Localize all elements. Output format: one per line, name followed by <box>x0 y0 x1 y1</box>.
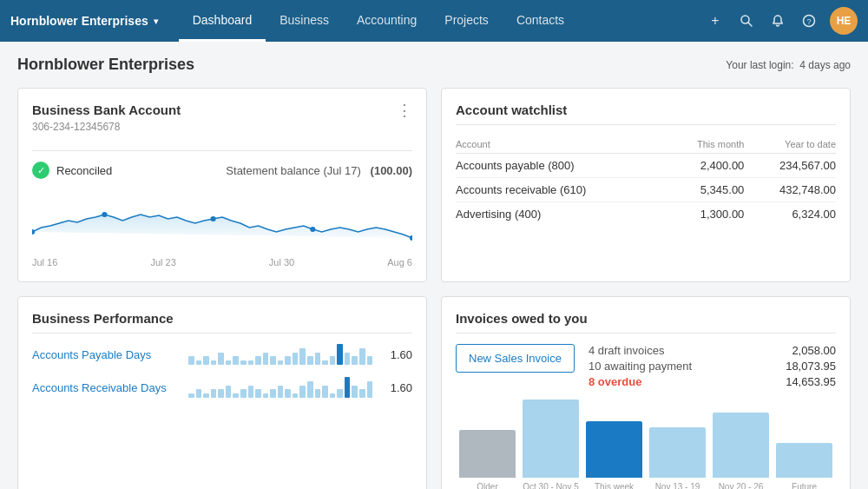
invoice-bar-0 <box>459 430 516 478</box>
invoices-title: Invoices owed to you <box>456 311 836 326</box>
perf-title: Business Performance <box>32 311 412 326</box>
invoice-bar-1 <box>523 400 579 478</box>
perf-bar <box>233 356 239 365</box>
bar-group-3: Nov 13 - 19 <box>649 427 706 489</box>
perf-bar <box>359 348 365 365</box>
perf-bar <box>285 389 291 398</box>
invoice-row-1: 10 awaiting payment 18,073.95 <box>589 360 836 373</box>
last-login-value: 4 days ago <box>799 59 851 71</box>
invoices-card: Invoices owed to you New Sales Invoice 4… <box>441 296 851 489</box>
perf-bar <box>188 393 194 398</box>
watchlist-divider <box>456 124 836 125</box>
bank-divider <box>32 150 412 151</box>
nav-links: Dashboard Business Accounting Projects C… <box>179 0 701 42</box>
perf-bar <box>248 360 254 365</box>
bank-more-button[interactable]: ⋮ <box>397 102 412 118</box>
page-header: Hornblower Enterprises Your last login: … <box>17 56 851 74</box>
svg-point-7 <box>310 227 315 232</box>
perf-bar <box>203 356 209 365</box>
brand[interactable]: Hornblower Enterprises ▾ <box>10 14 158 28</box>
dashboard-grid: Business Bank Account 306-234-12345678 ⋮… <box>17 88 851 489</box>
chart-labels: Jul 16 Jul 23 Jul 30 Aug 6 <box>32 257 412 268</box>
perf-label-1[interactable]: Accounts Receivable Days <box>32 381 180 394</box>
last-login: Your last login: 4 days ago <box>726 59 851 71</box>
perf-bar <box>315 389 321 398</box>
perf-bar <box>322 386 328 398</box>
bar-group-2: This week <box>586 421 642 489</box>
perf-bars-0 <box>188 344 372 365</box>
svg-text:?: ? <box>807 17 812 26</box>
watchlist-col-ytd: Year to date <box>744 135 836 154</box>
watchlist-row: Advertising (400) 1,300.00 6,324.00 <box>456 202 836 227</box>
perf-bar <box>293 393 299 398</box>
invoice-bar-3 <box>649 427 706 478</box>
perf-row-1: Accounts Receivable Days 1.60 <box>32 377 412 398</box>
perf-label-0[interactable]: Accounts Payable Days <box>32 348 180 361</box>
help-icon[interactable]: ? <box>795 7 823 35</box>
bank-title-group: Business Bank Account 306-234-12345678 <box>32 102 181 143</box>
search-icon[interactable] <box>733 7 760 35</box>
watchlist-row: Accounts payable (800) 2,400.00 234,567.… <box>456 154 836 178</box>
perf-bar <box>345 377 351 398</box>
bank-header: Business Bank Account 306-234-12345678 ⋮ <box>32 102 412 143</box>
perf-bar <box>196 360 202 365</box>
perf-bar <box>248 386 254 398</box>
invoice-bar-chart: OlderOct 30 - Nov 5This weekNov 13 - 19N… <box>456 405 836 489</box>
perf-bar <box>240 360 247 365</box>
perf-bar <box>285 356 291 365</box>
perf-bar <box>196 389 202 398</box>
perf-bar <box>367 381 373 398</box>
perf-bar <box>352 356 358 365</box>
perf-bar <box>226 360 232 365</box>
perf-bar <box>337 344 343 365</box>
perf-bar <box>315 353 321 365</box>
invoice-label-1: 10 awaiting payment <box>589 360 692 373</box>
account-watchlist-card: Account watchlist Account This month Yea… <box>441 88 851 282</box>
reconciled-icon: ✓ <box>32 162 49 179</box>
perf-bar <box>307 381 313 398</box>
brand-chevron: ▾ <box>154 17 158 26</box>
perf-bar <box>270 389 276 398</box>
chart-label-0: Jul 16 <box>32 257 57 268</box>
invoice-amount-0: 2,058.00 <box>792 344 836 357</box>
watchlist-row: Accounts receivable (610) 5,345.00 432,7… <box>456 178 836 202</box>
perf-bar <box>278 386 284 398</box>
invoice-bar-2 <box>586 421 642 478</box>
nav-contacts[interactable]: Contacts <box>503 0 578 42</box>
nav-accounting[interactable]: Accounting <box>343 0 431 42</box>
nav-dashboard[interactable]: Dashboard <box>179 0 266 42</box>
bar-label-2: This week <box>595 482 634 489</box>
bank-title: Business Bank Account <box>32 102 181 117</box>
add-icon[interactable]: + <box>701 7 729 35</box>
perf-rows: Accounts Payable Days 1.60 Accounts Rece… <box>32 344 412 398</box>
perf-value-1: 1.60 <box>381 381 412 394</box>
perf-bar <box>233 393 239 398</box>
bar-group-1: Oct 30 - Nov 5 <box>523 400 579 489</box>
user-avatar[interactable]: HE <box>830 7 858 35</box>
invoice-amount-2: 14,653.95 <box>786 375 836 388</box>
new-invoice-button[interactable]: New Sales Invoice <box>456 344 575 373</box>
invoice-bar-5 <box>776 443 832 478</box>
bank-status: ✓ Reconciled Statement balance (Jul 17) … <box>32 162 412 179</box>
perf-bar <box>299 348 306 365</box>
bell-icon[interactable] <box>764 7 792 35</box>
watchlist-ytd-1: 432,748.00 <box>744 178 836 202</box>
invoices-divider <box>456 333 836 334</box>
nav-business[interactable]: Business <box>266 0 343 42</box>
invoice-bar-4 <box>713 413 769 478</box>
main-content: Hornblower Enterprises Your last login: … <box>0 42 868 489</box>
sparkline-svg <box>32 184 412 254</box>
watchlist-ytd-2: 6,324.00 <box>744 202 836 227</box>
svg-point-6 <box>210 216 215 221</box>
page-title: Hornblower Enterprises <box>17 56 194 74</box>
perf-bar <box>188 356 194 365</box>
nav-projects[interactable]: Projects <box>431 0 503 42</box>
watchlist-month-1: 5,345.00 <box>667 178 744 202</box>
chart-label-1: Jul 23 <box>150 257 175 268</box>
watchlist-col-account: Account <box>456 135 667 154</box>
watchlist-ytd-0: 234,567.00 <box>744 154 836 178</box>
svg-point-8 <box>410 235 412 241</box>
watchlist-title: Account watchlist <box>456 102 836 117</box>
bank-chart <box>32 184 412 254</box>
perf-bar <box>367 356 373 365</box>
